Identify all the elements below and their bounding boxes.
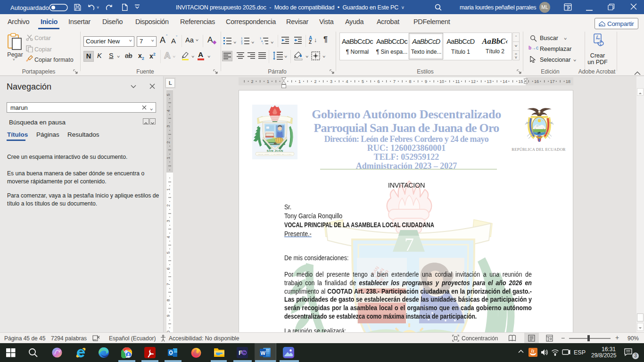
svg-text:1: 1 [267, 79, 269, 84]
svg-text:7: 7 [393, 79, 396, 84]
svg-text:6: 6 [166, 267, 171, 270]
svg-text:5: 5 [362, 79, 364, 84]
svg-text:i: i [263, 42, 263, 44]
svg-text:8: 8 [409, 79, 411, 84]
svg-text:1: 1 [166, 188, 171, 190]
svg-text:1: 1 [298, 79, 301, 84]
svg-text:4: 4 [166, 236, 171, 238]
svg-text:11: 11 [455, 79, 460, 84]
svg-text:9: 9 [166, 314, 171, 317]
svg-text:5: 5 [166, 93, 171, 96]
svg-text:2: 2 [251, 79, 253, 84]
svg-text:13: 13 [487, 79, 491, 84]
svg-text:15: 15 [518, 79, 523, 84]
svg-text:3: 3 [241, 42, 243, 44]
svg-text:3: 3 [330, 79, 332, 84]
svg-text:6: 6 [377, 79, 380, 84]
svg-text:1: 1 [166, 156, 171, 159]
svg-text:16: 16 [534, 79, 539, 84]
svg-text:7: 7 [166, 283, 171, 285]
svg-text:14: 14 [503, 79, 507, 84]
svg-text:3: 3 [166, 220, 171, 222]
svg-text:18: 18 [566, 79, 570, 84]
svg-text:17: 17 [550, 79, 554, 84]
svg-text:8: 8 [166, 299, 171, 301]
svg-text:4: 4 [346, 79, 348, 84]
svg-text:2: 2 [314, 79, 316, 84]
svg-text:9: 9 [425, 79, 427, 84]
svg-text:12: 12 [471, 79, 476, 84]
svg-text:3: 3 [166, 125, 171, 127]
svg-text:W: W [261, 350, 266, 356]
svg-text:4: 4 [166, 109, 171, 112]
svg-text:10: 10 [439, 79, 444, 84]
svg-text:2: 2 [166, 204, 171, 206]
svg-text:5: 5 [166, 251, 171, 254]
svg-text:2: 2 [166, 141, 171, 143]
